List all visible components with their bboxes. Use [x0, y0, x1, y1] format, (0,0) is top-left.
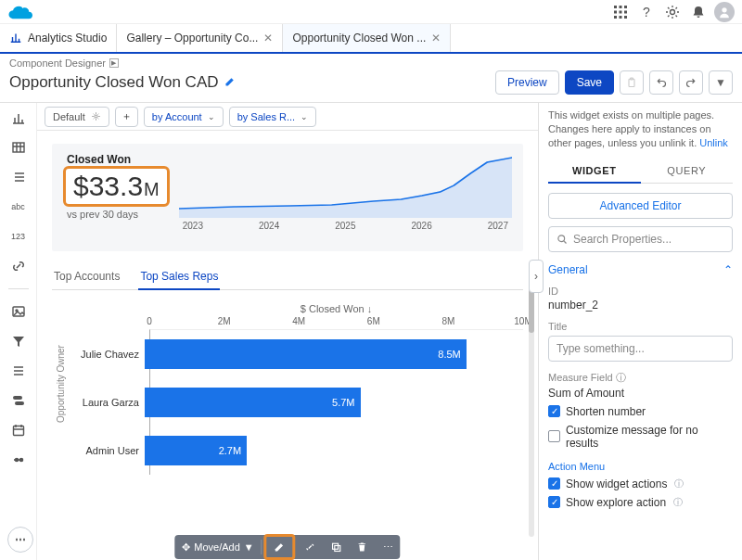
unlink-link[interactable]: Unlink — [699, 137, 728, 148]
workspace-home-tab[interactable]: Analytics Studio — [0, 24, 117, 52]
chart-x-axis: 0 2M 4M 6M 8M 10M — [149, 316, 523, 329]
svg-rect-14 — [13, 143, 24, 152]
move-add-button[interactable]: ✥ Move/Add ▼ — [174, 535, 261, 559]
svg-rect-19 — [13, 426, 23, 436]
panel-collapse-handle[interactable]: › — [529, 260, 544, 293]
notifications-icon[interactable] — [688, 2, 709, 22]
svg-point-21 — [19, 459, 22, 462]
tab-gallery[interactable]: Gallery – Opportunity Co... ✕ — [117, 24, 283, 52]
chart-title: $ Closed Won ↓ — [149, 303, 523, 314]
svg-point-10 — [671, 9, 675, 14]
bar-label: Admin User — [70, 445, 145, 456]
user-avatar[interactable] — [714, 2, 735, 22]
section-general[interactable]: General ⌃ — [548, 263, 733, 276]
svg-point-22 — [95, 115, 97, 118]
widget-palette: abc 123 — [0, 103, 37, 560]
salesforce-logo — [7, 3, 35, 21]
title-label: Title — [548, 321, 733, 332]
more-actions-button[interactable]: ⋯ — [7, 527, 33, 553]
svg-point-11 — [722, 7, 726, 12]
analytics-icon — [9, 31, 22, 46]
edit-title-icon[interactable] — [224, 76, 236, 90]
metric-label: Closed Won — [67, 153, 170, 166]
svg-rect-1 — [620, 6, 622, 8]
app-launcher-icon[interactable] — [610, 2, 631, 22]
variant-default-chip[interactable]: Default — [45, 107, 109, 127]
unlink-widget-icon[interactable] — [298, 535, 324, 559]
link-icon[interactable] — [7, 257, 30, 275]
checkbox-show-explore-action[interactable]: ✓Show explore actionⓘ — [548, 496, 733, 509]
svg-rect-24 — [335, 546, 340, 552]
spark-year: 2024 — [259, 221, 279, 231]
preview-button[interactable]: Preview — [495, 70, 559, 95]
canvas-scrollbar[interactable] — [529, 277, 534, 537]
panel-tab-query[interactable]: QUERY — [641, 159, 734, 183]
close-icon[interactable]: ✕ — [263, 32, 273, 45]
undo-icon[interactable] — [649, 70, 673, 95]
filter-chip-account[interactable]: by Account⌄ — [144, 107, 224, 127]
top-sales-reps-chart[interactable]: Opportunity Owner $ Closed Won ↓ 0 2M 4M… — [52, 303, 523, 475]
edit-widget-icon[interactable] — [264, 534, 296, 560]
measure-field-value: Sum of Amount — [548, 387, 733, 400]
tab-opportunity-closed-won[interactable]: Opportunity Closed Won ... ✕ — [283, 24, 451, 52]
metric-value: $33.3 — [73, 171, 143, 202]
bar-label: Laura Garza — [70, 397, 145, 408]
id-value: number_2 — [548, 299, 733, 312]
checkbox-show-widget-actions[interactable]: ✓Show widget actionsⓘ — [548, 477, 733, 490]
page-title: Opportunity Closed Won CAD — [9, 73, 219, 92]
breadcrumb: Component Designer ▶ — [9, 57, 733, 69]
save-button[interactable]: Save — [565, 70, 614, 95]
close-icon[interactable]: ✕ — [431, 32, 441, 45]
date-icon[interactable] — [7, 421, 30, 439]
chart-tab-top-sales-reps[interactable]: Top Sales Reps — [138, 264, 220, 290]
svg-point-25 — [558, 235, 565, 241]
svg-point-20 — [15, 459, 18, 462]
help-icon[interactable]: ? — [636, 2, 657, 22]
sparkline-chart[interactable]: 2023 2024 2025 2026 2027 — [179, 153, 512, 246]
slider-icon[interactable] — [7, 451, 30, 469]
svg-rect-23 — [333, 543, 339, 549]
svg-rect-3 — [614, 10, 617, 13]
panel-tab-widget[interactable]: WIDGET — [548, 159, 641, 184]
overflow-menu-icon[interactable]: ▼ — [709, 70, 733, 95]
svg-text:?: ? — [643, 5, 650, 19]
chart-tab-top-accounts[interactable]: Top Accounts — [52, 264, 122, 289]
measure-field-label: Measure Field ⓘ — [548, 371, 733, 385]
svg-rect-8 — [624, 16, 627, 19]
svg-rect-4 — [620, 10, 622, 13]
filter-chip-salesrep[interactable]: by Sales R...⌄ — [229, 107, 316, 127]
metric-unit: M — [144, 179, 160, 200]
list2-icon[interactable] — [7, 362, 30, 380]
chevron-up-icon: ⌃ — [723, 263, 733, 276]
play-icon: ▶ — [109, 58, 119, 68]
advanced-editor-button[interactable]: Advanced Editor — [548, 193, 733, 219]
image-icon[interactable] — [7, 302, 30, 321]
text-icon[interactable]: abc — [7, 197, 30, 216]
spark-year: 2026 — [412, 221, 432, 231]
spark-year: 2023 — [183, 221, 203, 231]
table-icon[interactable] — [7, 138, 30, 157]
svg-rect-5 — [624, 10, 627, 13]
search-properties-input[interactable]: Search Properties... — [548, 226, 733, 252]
filter-icon[interactable] — [7, 332, 30, 350]
svg-rect-6 — [614, 16, 617, 19]
svg-rect-7 — [620, 16, 622, 19]
widget-toolbar-overflow-icon[interactable]: ⋯ — [376, 535, 401, 559]
toggle-icon[interactable] — [7, 391, 30, 410]
multipage-warning: This widget exists on multiple pages. Ch… — [548, 108, 733, 150]
redo-icon[interactable] — [679, 70, 703, 95]
chart-icon[interactable] — [7, 108, 30, 127]
settings-icon[interactable] — [662, 2, 683, 22]
copy-widget-icon[interactable] — [324, 535, 350, 559]
checkbox-customize-message[interactable]: Customize message for no results — [548, 424, 733, 450]
list-icon[interactable] — [7, 168, 30, 186]
checkbox-shorten-number[interactable]: ✓Shorten number — [548, 405, 733, 418]
metric-widget[interactable]: $33.3M — [63, 166, 170, 207]
delete-widget-icon[interactable] — [350, 535, 376, 559]
add-variant-button[interactable]: ＋ — [115, 107, 138, 127]
tab-label: Opportunity Closed Won ... — [292, 32, 426, 45]
bar: 8.5M — [145, 339, 467, 369]
number-icon[interactable]: 123 — [7, 227, 30, 246]
title-input[interactable]: Type something... — [548, 336, 733, 362]
bar: 5.7M — [145, 388, 361, 417]
